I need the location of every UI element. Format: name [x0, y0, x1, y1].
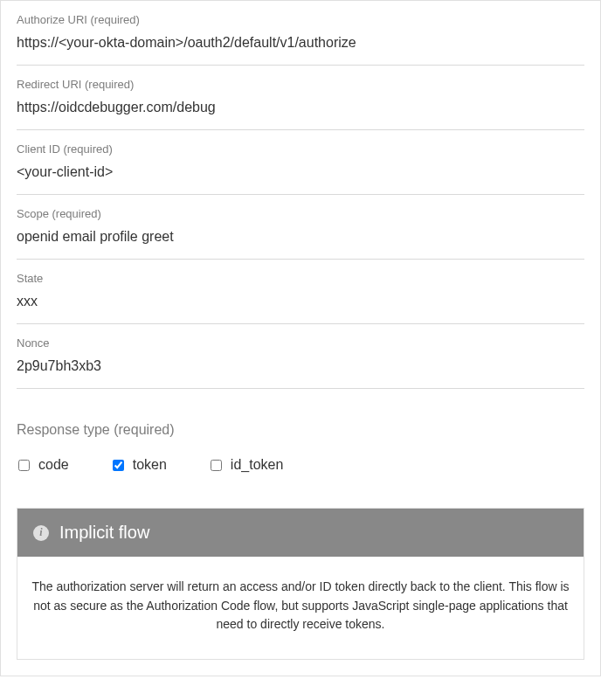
checkbox-input-token[interactable]: [113, 460, 124, 471]
checkbox-label[interactable]: code: [38, 457, 69, 473]
checkbox-input-code[interactable]: [18, 460, 30, 471]
field-label: Nonce: [17, 336, 584, 350]
checkbox-id-token[interactable]: id_token: [211, 457, 284, 473]
form-container: Authorize URI (required) Redirect URI (r…: [0, 0, 601, 676]
info-icon: i: [33, 525, 49, 541]
info-card: i Implicit flow The authorization server…: [17, 508, 584, 660]
state-input[interactable]: [17, 294, 584, 311]
info-title: Implicit flow: [59, 523, 149, 543]
client-id-input[interactable]: [17, 164, 584, 182]
scope-input[interactable]: [17, 229, 584, 246]
field-scope: Scope (required): [17, 195, 584, 260]
response-type-heading: Response type (required): [17, 422, 584, 438]
info-header: i Implicit flow: [17, 509, 584, 557]
info-body: The authorization server will return an …: [17, 557, 584, 659]
field-label: State: [17, 272, 584, 285]
response-type-options: code token id_token: [17, 457, 584, 473]
field-client-id: Client ID (required): [17, 130, 584, 195]
checkbox-input-id-token[interactable]: [211, 460, 222, 471]
field-state: State: [17, 260, 584, 324]
checkbox-token[interactable]: token: [113, 457, 167, 473]
field-redirect-uri: Redirect URI (required): [17, 66, 584, 130]
checkbox-label[interactable]: token: [133, 457, 167, 473]
field-label: Scope (required): [17, 207, 584, 220]
field-nonce: Nonce: [17, 324, 584, 389]
authorize-uri-input[interactable]: [17, 35, 584, 52]
field-label: Client ID (required): [17, 142, 584, 156]
checkbox-label[interactable]: id_token: [231, 457, 284, 473]
checkbox-code[interactable]: code: [18, 457, 69, 473]
field-label: Redirect URI (required): [17, 78, 584, 91]
field-label: Authorize URI (required): [17, 13, 584, 26]
field-authorize-uri: Authorize URI (required): [17, 1, 584, 66]
redirect-uri-input[interactable]: [17, 100, 584, 117]
nonce-input[interactable]: [17, 358, 584, 376]
